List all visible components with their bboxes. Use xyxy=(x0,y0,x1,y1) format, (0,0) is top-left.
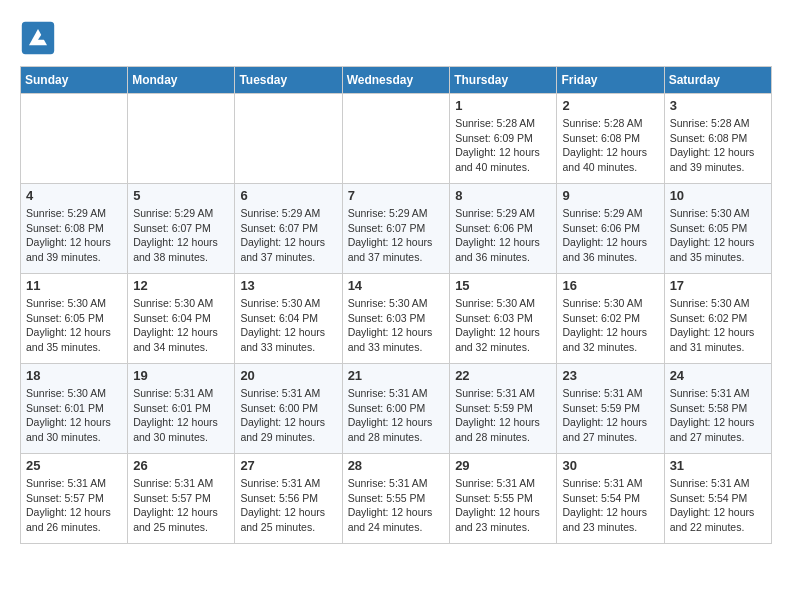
day-info: Sunrise: 5:31 AMSunset: 5:55 PMDaylight:… xyxy=(455,476,551,535)
calendar-cell: 16Sunrise: 5:30 AMSunset: 6:02 PMDayligh… xyxy=(557,274,664,364)
calendar-cell xyxy=(342,94,450,184)
calendar-cell: 24Sunrise: 5:31 AMSunset: 5:58 PMDayligh… xyxy=(664,364,771,454)
day-number: 19 xyxy=(133,368,229,383)
calendar-cell xyxy=(21,94,128,184)
calendar-cell: 1Sunrise: 5:28 AMSunset: 6:09 PMDaylight… xyxy=(450,94,557,184)
day-info: Sunrise: 5:31 AMSunset: 6:01 PMDaylight:… xyxy=(133,386,229,445)
calendar-cell: 18Sunrise: 5:30 AMSunset: 6:01 PMDayligh… xyxy=(21,364,128,454)
calendar-week-1: 1Sunrise: 5:28 AMSunset: 6:09 PMDaylight… xyxy=(21,94,772,184)
calendar-week-3: 11Sunrise: 5:30 AMSunset: 6:05 PMDayligh… xyxy=(21,274,772,364)
calendar-cell: 11Sunrise: 5:30 AMSunset: 6:05 PMDayligh… xyxy=(21,274,128,364)
day-number: 26 xyxy=(133,458,229,473)
calendar-cell: 5Sunrise: 5:29 AMSunset: 6:07 PMDaylight… xyxy=(128,184,235,274)
logo xyxy=(20,20,62,56)
calendar-cell xyxy=(235,94,342,184)
day-number: 24 xyxy=(670,368,766,383)
calendar-week-2: 4Sunrise: 5:29 AMSunset: 6:08 PMDaylight… xyxy=(21,184,772,274)
calendar-cell: 23Sunrise: 5:31 AMSunset: 5:59 PMDayligh… xyxy=(557,364,664,454)
calendar-cell xyxy=(128,94,235,184)
calendar-cell: 28Sunrise: 5:31 AMSunset: 5:55 PMDayligh… xyxy=(342,454,450,544)
day-number: 13 xyxy=(240,278,336,293)
calendar-header-friday: Friday xyxy=(557,67,664,94)
day-info: Sunrise: 5:31 AMSunset: 5:58 PMDaylight:… xyxy=(670,386,766,445)
day-number: 2 xyxy=(562,98,658,113)
day-info: Sunrise: 5:28 AMSunset: 6:08 PMDaylight:… xyxy=(562,116,658,175)
day-info: Sunrise: 5:30 AMSunset: 6:05 PMDaylight:… xyxy=(670,206,766,265)
calendar-cell: 13Sunrise: 5:30 AMSunset: 6:04 PMDayligh… xyxy=(235,274,342,364)
day-number: 20 xyxy=(240,368,336,383)
day-info: Sunrise: 5:29 AMSunset: 6:07 PMDaylight:… xyxy=(133,206,229,265)
calendar-header-row: SundayMondayTuesdayWednesdayThursdayFrid… xyxy=(21,67,772,94)
calendar-cell: 29Sunrise: 5:31 AMSunset: 5:55 PMDayligh… xyxy=(450,454,557,544)
calendar-cell: 7Sunrise: 5:29 AMSunset: 6:07 PMDaylight… xyxy=(342,184,450,274)
day-number: 29 xyxy=(455,458,551,473)
day-number: 10 xyxy=(670,188,766,203)
day-info: Sunrise: 5:31 AMSunset: 5:56 PMDaylight:… xyxy=(240,476,336,535)
day-number: 31 xyxy=(670,458,766,473)
day-number: 9 xyxy=(562,188,658,203)
calendar-week-5: 25Sunrise: 5:31 AMSunset: 5:57 PMDayligh… xyxy=(21,454,772,544)
day-info: Sunrise: 5:29 AMSunset: 6:07 PMDaylight:… xyxy=(240,206,336,265)
day-number: 3 xyxy=(670,98,766,113)
day-info: Sunrise: 5:31 AMSunset: 6:00 PMDaylight:… xyxy=(240,386,336,445)
logo-icon xyxy=(20,20,56,56)
calendar-cell: 25Sunrise: 5:31 AMSunset: 5:57 PMDayligh… xyxy=(21,454,128,544)
day-info: Sunrise: 5:31 AMSunset: 5:57 PMDaylight:… xyxy=(26,476,122,535)
day-number: 7 xyxy=(348,188,445,203)
day-number: 25 xyxy=(26,458,122,473)
calendar-header-thursday: Thursday xyxy=(450,67,557,94)
day-info: Sunrise: 5:31 AMSunset: 5:54 PMDaylight:… xyxy=(562,476,658,535)
calendar-cell: 31Sunrise: 5:31 AMSunset: 5:54 PMDayligh… xyxy=(664,454,771,544)
calendar-week-4: 18Sunrise: 5:30 AMSunset: 6:01 PMDayligh… xyxy=(21,364,772,454)
day-info: Sunrise: 5:31 AMSunset: 5:59 PMDaylight:… xyxy=(562,386,658,445)
calendar-cell: 26Sunrise: 5:31 AMSunset: 5:57 PMDayligh… xyxy=(128,454,235,544)
day-number: 30 xyxy=(562,458,658,473)
day-info: Sunrise: 5:31 AMSunset: 5:54 PMDaylight:… xyxy=(670,476,766,535)
day-info: Sunrise: 5:30 AMSunset: 6:02 PMDaylight:… xyxy=(670,296,766,355)
day-number: 18 xyxy=(26,368,122,383)
calendar-cell: 14Sunrise: 5:30 AMSunset: 6:03 PMDayligh… xyxy=(342,274,450,364)
day-number: 8 xyxy=(455,188,551,203)
calendar-header-sunday: Sunday xyxy=(21,67,128,94)
day-number: 4 xyxy=(26,188,122,203)
calendar-cell: 17Sunrise: 5:30 AMSunset: 6:02 PMDayligh… xyxy=(664,274,771,364)
day-info: Sunrise: 5:28 AMSunset: 6:08 PMDaylight:… xyxy=(670,116,766,175)
calendar-cell: 15Sunrise: 5:30 AMSunset: 6:03 PMDayligh… xyxy=(450,274,557,364)
calendar-cell: 22Sunrise: 5:31 AMSunset: 5:59 PMDayligh… xyxy=(450,364,557,454)
calendar-header-saturday: Saturday xyxy=(664,67,771,94)
calendar-cell: 4Sunrise: 5:29 AMSunset: 6:08 PMDaylight… xyxy=(21,184,128,274)
day-number: 6 xyxy=(240,188,336,203)
day-info: Sunrise: 5:31 AMSunset: 5:57 PMDaylight:… xyxy=(133,476,229,535)
page-header xyxy=(20,20,772,56)
day-info: Sunrise: 5:30 AMSunset: 6:04 PMDaylight:… xyxy=(240,296,336,355)
day-number: 16 xyxy=(562,278,658,293)
day-info: Sunrise: 5:30 AMSunset: 6:05 PMDaylight:… xyxy=(26,296,122,355)
calendar-cell: 30Sunrise: 5:31 AMSunset: 5:54 PMDayligh… xyxy=(557,454,664,544)
day-info: Sunrise: 5:29 AMSunset: 6:08 PMDaylight:… xyxy=(26,206,122,265)
calendar-cell: 3Sunrise: 5:28 AMSunset: 6:08 PMDaylight… xyxy=(664,94,771,184)
day-number: 12 xyxy=(133,278,229,293)
calendar-cell: 21Sunrise: 5:31 AMSunset: 6:00 PMDayligh… xyxy=(342,364,450,454)
day-info: Sunrise: 5:30 AMSunset: 6:03 PMDaylight:… xyxy=(348,296,445,355)
day-info: Sunrise: 5:30 AMSunset: 6:01 PMDaylight:… xyxy=(26,386,122,445)
day-info: Sunrise: 5:29 AMSunset: 6:07 PMDaylight:… xyxy=(348,206,445,265)
calendar-cell: 20Sunrise: 5:31 AMSunset: 6:00 PMDayligh… xyxy=(235,364,342,454)
day-number: 28 xyxy=(348,458,445,473)
calendar-header-wednesday: Wednesday xyxy=(342,67,450,94)
day-number: 11 xyxy=(26,278,122,293)
calendar-cell: 6Sunrise: 5:29 AMSunset: 6:07 PMDaylight… xyxy=(235,184,342,274)
day-info: Sunrise: 5:31 AMSunset: 6:00 PMDaylight:… xyxy=(348,386,445,445)
calendar-cell: 12Sunrise: 5:30 AMSunset: 6:04 PMDayligh… xyxy=(128,274,235,364)
day-info: Sunrise: 5:28 AMSunset: 6:09 PMDaylight:… xyxy=(455,116,551,175)
day-number: 21 xyxy=(348,368,445,383)
calendar-cell: 8Sunrise: 5:29 AMSunset: 6:06 PMDaylight… xyxy=(450,184,557,274)
day-number: 17 xyxy=(670,278,766,293)
calendar-header-monday: Monday xyxy=(128,67,235,94)
day-number: 14 xyxy=(348,278,445,293)
day-number: 15 xyxy=(455,278,551,293)
day-number: 1 xyxy=(455,98,551,113)
day-info: Sunrise: 5:31 AMSunset: 5:55 PMDaylight:… xyxy=(348,476,445,535)
calendar-cell: 10Sunrise: 5:30 AMSunset: 6:05 PMDayligh… xyxy=(664,184,771,274)
day-info: Sunrise: 5:29 AMSunset: 6:06 PMDaylight:… xyxy=(562,206,658,265)
calendar-cell: 19Sunrise: 5:31 AMSunset: 6:01 PMDayligh… xyxy=(128,364,235,454)
